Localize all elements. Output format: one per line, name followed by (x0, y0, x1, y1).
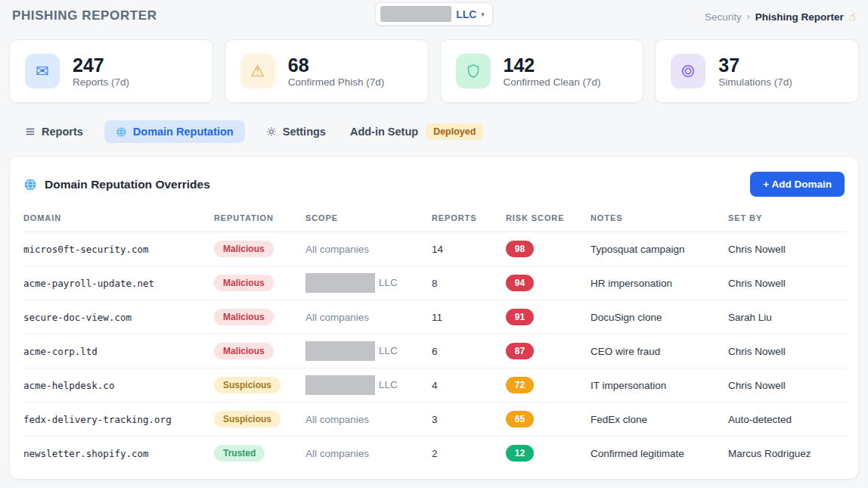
column-header: Notes (591, 207, 728, 232)
table-row[interactable]: fedx-delivery-tracking.org Suspicious Al… (23, 403, 846, 437)
column-header: Set By (728, 207, 846, 232)
domain-cell: acme-helpdesk.co (23, 380, 114, 391)
tab-label: Domain Reputation (133, 126, 234, 138)
globe-icon (116, 126, 127, 138)
app-title: PHISHING REPORTER (12, 4, 157, 23)
tab-reports[interactable]: Reports (22, 120, 86, 143)
chevron-down-icon: ▾ (481, 11, 485, 18)
panel-title: Domain Reputation Overrides (23, 178, 210, 191)
risk-score-badge: 94 (506, 275, 534, 291)
stat-label: Confirmed Clean (7d) (504, 76, 601, 88)
table-row[interactable]: newsletter.shopify.com Trusted All compa… (23, 437, 846, 471)
reports-cell: 11 (432, 300, 506, 334)
table-row[interactable]: secure-doc-view.com Malicious All compan… (23, 300, 846, 334)
table-row[interactable]: micros0ft-security.com Malicious All com… (23, 232, 846, 266)
set-by-cell: Marcus Rodriguez (728, 437, 846, 471)
notes-cell: FedEx clone (591, 403, 728, 437)
domain-cell: acme-corp.ltd (23, 346, 98, 357)
warning-icon: ⚠ (240, 54, 275, 89)
stat-label: Reports (7d) (73, 76, 129, 88)
domain-cell: acme-payroll-update.net (23, 278, 154, 289)
reports-cell: 3 (432, 403, 506, 437)
panel-header: Domain Reputation Overrides + Add Domain (10, 157, 858, 207)
domain-table: DomainReputationScopeReportsRisk ScoreNo… (23, 207, 846, 471)
reports-cell: 6 (432, 334, 506, 368)
company-selector[interactable]: LLC ▾ (375, 2, 493, 26)
shield-icon (456, 54, 491, 89)
notes-cell: Confirmed legitimate (591, 437, 728, 471)
reports-cell: 2 (432, 437, 506, 471)
column-header: Reputation (214, 207, 305, 232)
reputation-badge: Malicious (214, 343, 274, 359)
column-header: Reports (432, 207, 506, 232)
notes-cell: DocuSign clone (591, 300, 728, 334)
set-by-cell: Auto-detected (728, 403, 846, 437)
domain-cell: secure-doc-view.com (23, 312, 132, 323)
company-suffix: LLC (456, 8, 476, 20)
table-row[interactable]: acme-corp.ltd Malicious LLC 6 87 CEO wir… (23, 334, 846, 368)
scope-cell: LLC (305, 334, 432, 368)
scope-cell: All companies (305, 437, 432, 471)
risk-score-badge: 98 (506, 241, 534, 257)
breadcrumb-section[interactable]: Security (705, 11, 742, 23)
breadcrumb: Security › Phishing Reporter ☝ (705, 4, 856, 23)
stat-label: Simulations (7d) (718, 76, 792, 88)
risk-score-badge: 87 (506, 343, 534, 359)
set-by-cell: Chris Nowell (728, 368, 846, 403)
stat-card-confirmed-phish: ⚠ 68 Confirmed Phish (7d) (225, 39, 429, 103)
stat-card-confirmed-clean: 142 Confirmed Clean (7d) (440, 39, 644, 103)
deployed-badge: Deployed (426, 123, 483, 140)
mail-icon: ✉ (25, 54, 60, 89)
redacted-company-name (305, 341, 375, 361)
domain-cell: newsletter.shopify.com (23, 448, 149, 459)
set-by-cell: Chris Nowell (728, 334, 846, 368)
set-by-cell: Chris Nowell (728, 232, 846, 266)
scope-cell: All companies (305, 300, 432, 334)
stat-cards: ✉ 247 Reports (7d) ⚠ 68 Confirmed Phish … (9, 39, 859, 103)
reputation-badge: Malicious (214, 241, 274, 257)
risk-score-badge: 72 (506, 377, 534, 393)
column-header: Scope (305, 207, 432, 232)
top-bar: PHISHING REPORTER LLC ▾ Security › Phish… (0, 0, 868, 27)
pointing-hand-icon: ☝ (849, 10, 856, 23)
stat-card-reports: ✉ 247 Reports (7d) (9, 39, 213, 103)
set-by-cell: Chris Nowell (728, 266, 846, 300)
notes-cell: CEO wire fraud (591, 334, 728, 368)
reputation-badge: Suspicious (214, 377, 281, 393)
risk-score-badge: 65 (506, 411, 534, 427)
tab-domain-reputation[interactable]: Domain Reputation (104, 120, 245, 143)
target-icon (671, 54, 705, 89)
scope-cell: LLC (305, 266, 432, 300)
table-row[interactable]: acme-payroll-update.net Malicious LLC 8 … (23, 266, 846, 300)
domain-cell: micros0ft-security.com (23, 244, 149, 255)
stat-value: 247 (73, 54, 129, 76)
tab-addin-setup[interactable]: Add-in Setup Deployed (347, 118, 486, 145)
scope-cell: LLC (305, 368, 432, 403)
add-domain-button[interactable]: + Add Domain (750, 172, 845, 197)
stat-value: 37 (718, 54, 792, 76)
table-body: micros0ft-security.com Malicious All com… (23, 232, 846, 471)
redacted-company-name (380, 6, 451, 22)
scope-cell: All companies (305, 232, 432, 266)
risk-score-badge: 91 (506, 309, 534, 325)
reputation-badge: Malicious (214, 275, 274, 291)
notes-cell: HR impersonation (591, 266, 728, 300)
tab-bar: Reports Domain Reputation Settings Add-i… (9, 119, 859, 145)
scope-cell: All companies (305, 403, 432, 437)
reputation-badge: Malicious (214, 309, 274, 325)
reputation-badge: Trusted (214, 445, 265, 462)
notes-cell: IT impersonation (591, 368, 728, 403)
domain-cell: fedx-delivery-tracking.org (23, 414, 172, 425)
notes-cell: Typosquat campaign (591, 232, 728, 266)
tab-settings[interactable]: Settings (263, 120, 329, 143)
tab-label: Settings (283, 126, 326, 138)
stat-value: 68 (288, 54, 385, 76)
reports-cell: 8 (432, 266, 506, 300)
gear-icon (266, 126, 277, 137)
risk-score-badge: 12 (506, 445, 534, 462)
table-row[interactable]: acme-helpdesk.co Suspicious LLC 4 72 IT … (23, 368, 846, 403)
domain-reputation-panel: Domain Reputation Overrides + Add Domain… (9, 156, 859, 480)
breadcrumb-separator: › (747, 11, 750, 22)
redacted-company-name (305, 375, 375, 395)
redacted-company-name (305, 273, 375, 293)
